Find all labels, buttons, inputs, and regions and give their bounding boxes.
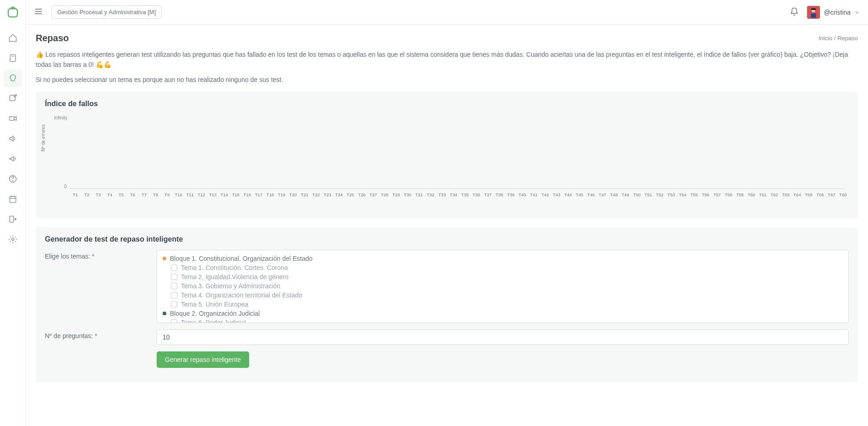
checkbox-icon[interactable] [171,301,177,307]
x-tick: T24 [333,192,344,206]
svg-rect-11 [10,216,13,222]
topic-item[interactable]: Tema 2. Igualdad.Violencia de género [163,272,843,281]
x-tick: T65 [803,192,814,206]
app-logo[interactable] [6,6,19,19]
sidebar-item-announce[interactable] [4,150,22,168]
x-tick: T1 [70,192,81,206]
x-tick: T23 [322,192,333,206]
avatar [807,6,820,19]
x-tick: T10 [173,192,184,206]
x-tick: T17 [253,192,264,206]
sidebar-item-book[interactable] [4,49,22,67]
block-dot-icon [163,312,166,315]
checkbox-icon[interactable] [171,264,177,271]
x-tick: T4 [104,192,115,206]
topic-label: Tema 5. Unión Europea [181,301,248,308]
chart-card: Índice de fallos Nº de errores Infinity … [36,92,858,219]
topic-item[interactable]: Tema 4. Organización territorial del Est… [163,291,843,300]
generator-card: Generador de test de repaso inteligente … [36,227,858,383]
sidebar-item-edit[interactable] [4,89,22,108]
x-tick: T66 [814,192,826,206]
topic-selector[interactable]: Bloque 1. Constitucional. Organización d… [157,250,849,323]
x-tick: T37 [482,192,494,206]
bell-icon[interactable] [790,7,799,17]
y-tick-min: 0 [64,184,67,189]
x-tick: T21 [299,192,310,206]
sidebar-item-video[interactable] [4,109,22,128]
x-tick: T39 [505,192,517,206]
checkbox-icon[interactable] [171,283,177,289]
x-axis: T1T2T3T4T5T6T7T8T9T10T11T12T13T14T15T16T… [70,192,849,206]
x-tick: T53 [666,192,677,206]
topic-item[interactable]: Tema 6. Poder Judicial [163,318,843,323]
chevron-down-icon [854,10,860,15]
topic-item[interactable]: Tema 5. Unión Europea [163,300,843,309]
svg-rect-4 [9,117,14,120]
breadcrumb-current: Repaso [837,35,858,42]
generator-title: Generador de test de repaso inteligente [45,235,849,243]
x-tick: T2 [81,192,93,206]
svg-rect-0 [8,9,17,17]
sidebar-item-review[interactable] [4,69,22,87]
x-tick: T5 [115,192,127,206]
x-tick: T64 [792,192,803,206]
breadcrumb: Inicio / Repaso [819,35,858,42]
x-tick: T52 [654,192,666,206]
checkbox-icon[interactable] [171,274,177,280]
course-selector[interactable]: Gestión Procesal y Administrativa [M] [51,5,162,19]
x-tick: T26 [356,192,367,206]
svg-rect-18 [811,13,816,18]
topic-label: Tema 3. Gobierno y Administración [181,282,280,290]
sidebar-item-audio[interactable] [4,129,22,148]
topic-label: Tema 4. Organización territorial del Est… [181,291,302,299]
sidebar-item-exit[interactable] [4,210,22,228]
x-tick: T31 [413,192,425,206]
x-tick: T9 [161,192,173,206]
user-menu[interactable]: @cristina [807,6,860,19]
topic-item[interactable]: Tema 3. Gobierno y Administración [163,281,843,291]
x-tick: T38 [494,192,505,206]
sidebar-item-calendar[interactable] [4,190,22,208]
topic-item[interactable]: Tema 1. Constitución. Cortes. Corona [163,263,843,272]
checkbox-icon[interactable] [171,319,177,323]
x-tick: T61 [757,192,769,206]
x-tick: T27 [367,192,379,206]
x-tick: T36 [471,192,482,206]
x-tick: T51 [643,192,654,206]
block-label: Bloque 1. Constitucional. Organización d… [170,255,312,262]
x-tick: T30 [402,192,413,206]
topbar: Gestión Procesal y Administrativa [M] @c… [26,0,868,25]
x-tick: T22 [310,192,322,206]
x-tick: T41 [528,192,540,206]
sidebar-item-settings[interactable] [4,230,22,248]
breadcrumb-home[interactable]: Inicio [819,35,832,42]
intro-text: 👍 Los repasos inteligentes generan test … [36,50,858,70]
x-tick: T55 [688,192,700,206]
y-tick-max: Infinity [54,115,67,120]
x-tick: T16 [241,192,253,206]
x-tick: T14 [218,192,230,206]
page-title: Repaso [36,33,69,43]
x-tick: T60 [746,192,757,206]
x-tick: T29 [390,192,402,206]
x-tick: T48 [608,192,620,206]
x-tick: T68 [837,192,849,206]
sidebar-item-home[interactable] [4,29,22,47]
block-header[interactable]: Bloque 1. Constitucional. Organización d… [163,254,843,263]
block-header[interactable]: Bloque 2. Organización Judicial [163,309,843,318]
x-tick: T43 [551,192,562,206]
menu-toggle[interactable] [34,7,43,17]
x-tick: T6 [127,192,138,206]
x-tick: T42 [540,192,551,206]
generate-button[interactable]: Generar repaso inteligente [157,351,249,368]
x-tick: T12 [196,192,207,206]
x-tick: T25 [344,192,356,206]
x-tick: T13 [207,192,218,206]
sidebar-item-help[interactable] [4,170,22,188]
x-tick: T15 [230,192,241,206]
x-tick: T67 [826,192,837,206]
x-tick: T20 [287,192,299,206]
question-count-input[interactable] [157,329,849,345]
checkbox-icon[interactable] [171,292,177,298]
topic-label: Tema 1. Constitución. Cortes. Corona [181,264,288,271]
